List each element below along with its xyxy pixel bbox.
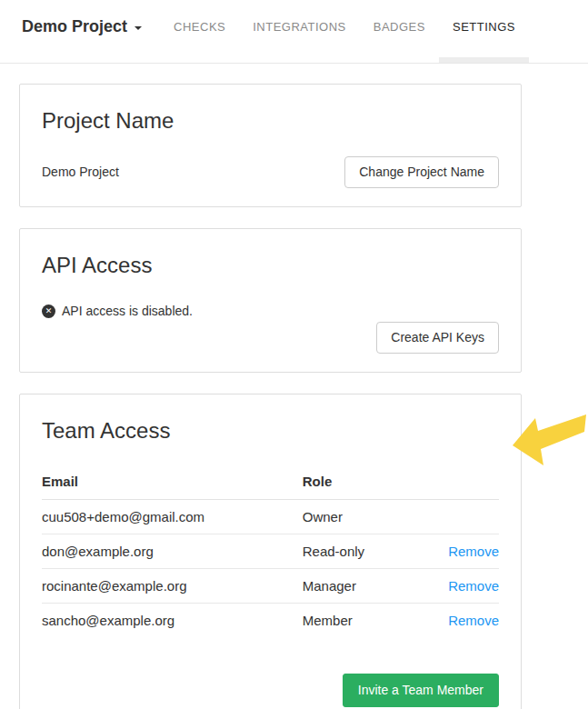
remove-link[interactable]: Remove <box>448 613 499 628</box>
create-api-keys-button[interactable]: Create API Keys <box>376 322 499 354</box>
table-header-row: Email Role <box>42 468 499 500</box>
table-row: cuu508+demo@gmail.com Owner <box>42 499 499 534</box>
tab-settings-label: SETTINGS <box>453 20 515 34</box>
remove-link[interactable]: Remove <box>448 578 499 594</box>
circle-x-icon: ✕ <box>42 305 55 318</box>
member-email: cuu508+demo@gmail.com <box>42 499 303 534</box>
member-email: don@example.org <box>42 534 303 568</box>
team-access-panel: Team Access Email Role cuu508+demo@gmail… <box>19 394 522 709</box>
tab-checks-label: CHECKS <box>174 20 225 34</box>
tab-integrations-label: INTEGRATIONS <box>253 20 346 34</box>
team-access-title: Team Access <box>42 418 499 444</box>
project-name-row: Demo Project Change Project Name <box>42 156 499 188</box>
active-tab-indicator <box>439 57 529 63</box>
top-navbar: Demo Project CHECKS INTEGRATIONS BADGES … <box>0 0 588 64</box>
project-name-panel: Project Name Demo Project Change Project… <box>19 84 522 207</box>
remove-link[interactable]: Remove <box>448 544 499 559</box>
current-project-name: Demo Project <box>42 165 119 179</box>
table-row: don@example.org Read-only Remove <box>42 534 499 568</box>
api-status-line: ✕ API access is disabled. <box>42 304 499 318</box>
api-status-text: API access is disabled. <box>62 304 193 318</box>
role-column-header: Role <box>303 468 431 500</box>
team-table-body: cuu508+demo@gmail.com Owner don@example.… <box>42 499 499 637</box>
project-dropdown[interactable]: Demo Project <box>0 0 147 63</box>
tab-badges-label: BADGES <box>374 20 425 34</box>
table-row: sancho@example.org Member Remove <box>42 603 499 637</box>
member-role: Read-only <box>303 534 431 568</box>
member-role: Member <box>303 603 431 637</box>
member-role: Owner <box>303 499 431 534</box>
settings-page: Project Name Demo Project Change Project… <box>0 64 588 709</box>
member-role: Manager <box>303 568 431 603</box>
email-column-header: Email <box>42 468 303 500</box>
api-access-title: API Access <box>42 253 499 279</box>
nav-tabs: CHECKS INTEGRATIONS BADGES SETTINGS <box>160 0 529 63</box>
caret-down-icon <box>135 26 142 30</box>
team-table: Email Role cuu508+demo@gmail.com Owner d… <box>42 468 499 637</box>
project-name-title: Project Name <box>42 108 499 135</box>
api-button-row: Create API Keys <box>42 322 499 354</box>
tab-badges[interactable]: BADGES <box>360 0 439 63</box>
project-dropdown-label: Demo Project <box>22 17 127 36</box>
tab-settings[interactable]: SETTINGS <box>439 0 529 63</box>
member-email: sancho@example.org <box>42 603 303 637</box>
tab-integrations[interactable]: INTEGRATIONS <box>239 0 360 63</box>
member-email: rocinante@example.org <box>42 568 303 603</box>
table-row: rocinante@example.org Manager Remove <box>42 568 499 603</box>
invite-button-row: Invite a Team Member <box>42 674 499 707</box>
invite-team-member-button[interactable]: Invite a Team Member <box>343 674 499 707</box>
api-access-panel: API Access ✕ API access is disabled. Cre… <box>19 228 522 374</box>
tab-checks[interactable]: CHECKS <box>160 0 239 63</box>
action-column-header <box>431 468 499 500</box>
change-project-name-button[interactable]: Change Project Name <box>344 156 499 188</box>
